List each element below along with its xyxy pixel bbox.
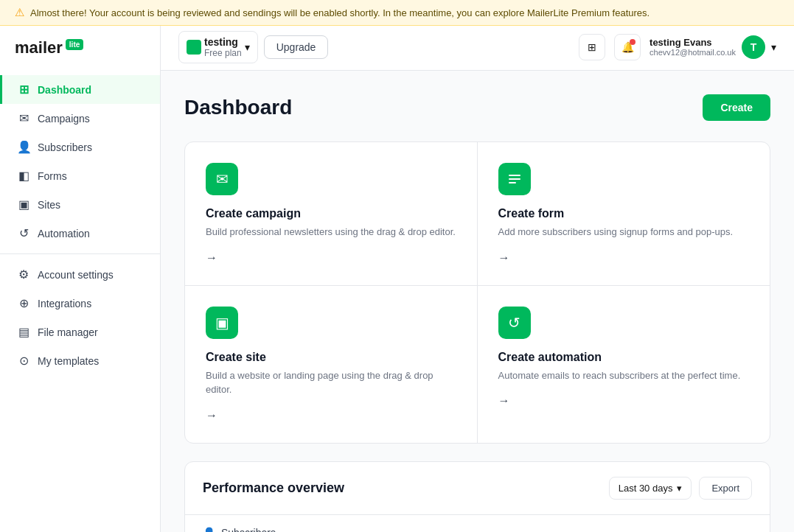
sidebar-label-forms: Forms xyxy=(38,170,67,182)
sidebar-item-forms[interactable]: ◧ Forms xyxy=(0,161,160,190)
header-left: testing Free plan ▾ Upgrade xyxy=(178,31,328,63)
sidebar-label-my-templates: My templates xyxy=(38,355,99,367)
sidebar-label-integrations: Integrations xyxy=(38,298,91,309)
svg-rect-2 xyxy=(509,182,516,183)
warning-icon: ⚠ xyxy=(15,6,24,19)
main-content: Dashboard Create ✉ Create campaign Build… xyxy=(161,71,794,532)
form-card-desc: Add more subscribers using signup forms … xyxy=(498,225,750,239)
logo: mailerlite xyxy=(0,24,160,69)
create-site-card[interactable]: ▣ Create site Build a website or landing… xyxy=(185,286,478,443)
integrations-icon: ⊕ xyxy=(17,296,30,310)
campaign-card-icon: ✉ xyxy=(206,163,238,195)
period-selector[interactable]: Last 30 days ▾ xyxy=(609,477,692,500)
forms-icon: ◧ xyxy=(17,169,30,183)
sidebar-item-sites[interactable]: ▣ Sites xyxy=(0,190,160,219)
workspace-plan: Free plan xyxy=(204,48,242,58)
subscribers-row-label: Subscribers xyxy=(221,527,276,533)
sidebar-item-account-settings[interactable]: ⚙ Account settings xyxy=(0,260,160,289)
user-menu[interactable]: testing Evans chevv12@hotmail.co.uk T ▾ xyxy=(650,35,776,59)
quick-actions-grid: ✉ Create campaign Build professional new… xyxy=(184,141,770,444)
sites-icon: ▣ xyxy=(17,197,30,211)
upgrade-button[interactable]: Upgrade xyxy=(264,35,329,59)
page-header: Dashboard Create xyxy=(184,94,770,121)
sidebar-item-subscribers[interactable]: 👤 Subscribers xyxy=(0,133,160,161)
sidebar-label-sites: Sites xyxy=(38,199,60,211)
form-card-title: Create form xyxy=(498,207,750,220)
performance-header: Performance overview Last 30 days ▾ Expo… xyxy=(185,462,770,515)
subscribers-icon: 👤 xyxy=(17,140,30,154)
site-card-desc: Build a website or landing page using th… xyxy=(206,368,456,397)
automation-icon: ↺ xyxy=(17,226,30,240)
sidebar-item-my-templates[interactable]: ⊙ My templates xyxy=(0,346,160,375)
sidebar: mailerlite ⊞ Dashboard ✉ Campaigns 👤 Sub… xyxy=(0,24,161,532)
create-form-card[interactable]: Create form Add more subscribers using s… xyxy=(478,142,770,286)
sidebar-item-file-manager[interactable]: ▤ File manager xyxy=(0,318,160,346)
site-card-title: Create site xyxy=(206,351,456,364)
automation-card-title: Create automation xyxy=(498,351,750,364)
sidebar-label-file-manager: File manager xyxy=(38,326,98,338)
dashboard-icon: ⊞ xyxy=(17,83,30,97)
sidebar-item-campaigns[interactable]: ✉ Campaigns xyxy=(0,104,160,133)
subscribers-row-icon: 👤 xyxy=(203,527,215,533)
automation-card-desc: Automate emails to reach subscribers at … xyxy=(498,368,750,383)
notifications-button[interactable]: 🔔 xyxy=(614,34,641,60)
automation-card-arrow: → xyxy=(498,394,750,407)
notification-badge xyxy=(630,39,635,45)
campaign-card-desc: Build professional newsletters using the… xyxy=(206,225,456,239)
logo-name: mailerlite xyxy=(15,38,83,57)
account-settings-icon: ⚙ xyxy=(17,267,30,281)
workspace-color-indicator xyxy=(187,40,201,55)
page-title: Dashboard xyxy=(184,96,292,119)
export-button[interactable]: Export xyxy=(699,477,752,500)
chevron-down-icon: ▾ xyxy=(245,41,250,53)
sidebar-label-automation: Automation xyxy=(38,228,90,239)
my-templates-icon: ⊙ xyxy=(17,354,30,368)
campaigns-icon: ✉ xyxy=(17,111,30,125)
campaign-card-arrow: → xyxy=(206,251,456,265)
performance-controls: Last 30 days ▾ Export xyxy=(609,477,752,500)
user-email: chevv12@hotmail.co.uk xyxy=(650,48,736,57)
avatar: T xyxy=(742,35,765,59)
svg-rect-1 xyxy=(509,178,520,180)
user-name: testing Evans xyxy=(650,37,736,48)
apps-button[interactable]: ⊞ xyxy=(579,34,605,60)
apps-icon: ⊞ xyxy=(588,41,596,53)
automation-card-icon: ↺ xyxy=(498,307,531,339)
sidebar-label-campaigns: Campaigns xyxy=(38,113,90,125)
performance-title: Performance overview xyxy=(203,480,344,496)
header: testing Free plan ▾ Upgrade ⊞ 🔔 testing … xyxy=(161,24,794,71)
create-button[interactable]: Create xyxy=(703,94,770,121)
subscribers-row: 👤 Subscribers xyxy=(185,515,770,533)
workspace-info: testing Free plan xyxy=(204,36,242,58)
sidebar-item-integrations[interactable]: ⊕ Integrations xyxy=(0,289,160,318)
banner-text: Almost there! Your account is being revi… xyxy=(30,7,650,18)
top-banner: ⚠ Almost there! Your account is being re… xyxy=(0,0,794,26)
performance-section: Performance overview Last 30 days ▾ Expo… xyxy=(184,461,770,533)
svg-rect-0 xyxy=(509,175,520,176)
sidebar-nav: ⊞ Dashboard ✉ Campaigns 👤 Subscribers ◧ … xyxy=(0,69,160,532)
site-card-arrow: → xyxy=(206,409,456,422)
sidebar-item-automation[interactable]: ↺ Automation xyxy=(0,219,160,248)
user-text: testing Evans chevv12@hotmail.co.uk xyxy=(650,37,736,57)
file-manager-icon: ▤ xyxy=(17,325,30,339)
sidebar-label-dashboard: Dashboard xyxy=(38,84,91,96)
campaign-card-title: Create campaign xyxy=(206,207,456,220)
cards-row-top: ✉ Create campaign Build professional new… xyxy=(185,142,770,286)
cards-row-bottom: ▣ Create site Build a website or landing… xyxy=(185,286,770,443)
workspace-selector[interactable]: testing Free plan ▾ xyxy=(178,31,258,63)
header-right: ⊞ 🔔 testing Evans chevv12@hotmail.co.uk … xyxy=(579,34,776,60)
sidebar-label-account-settings: Account settings xyxy=(38,269,114,281)
create-automation-card[interactable]: ↺ Create automation Automate emails to r… xyxy=(478,286,770,443)
form-card-arrow: → xyxy=(498,251,750,265)
period-label: Last 30 days xyxy=(619,483,673,494)
user-menu-chevron-icon: ▾ xyxy=(771,41,776,53)
workspace-name: testing xyxy=(204,36,242,48)
period-chevron-icon: ▾ xyxy=(677,483,682,494)
form-card-icon xyxy=(498,163,531,195)
site-card-icon: ▣ xyxy=(206,307,238,339)
sidebar-label-subscribers: Subscribers xyxy=(38,141,92,153)
create-campaign-card[interactable]: ✉ Create campaign Build professional new… xyxy=(185,142,478,286)
sidebar-item-dashboard[interactable]: ⊞ Dashboard xyxy=(0,75,160,104)
